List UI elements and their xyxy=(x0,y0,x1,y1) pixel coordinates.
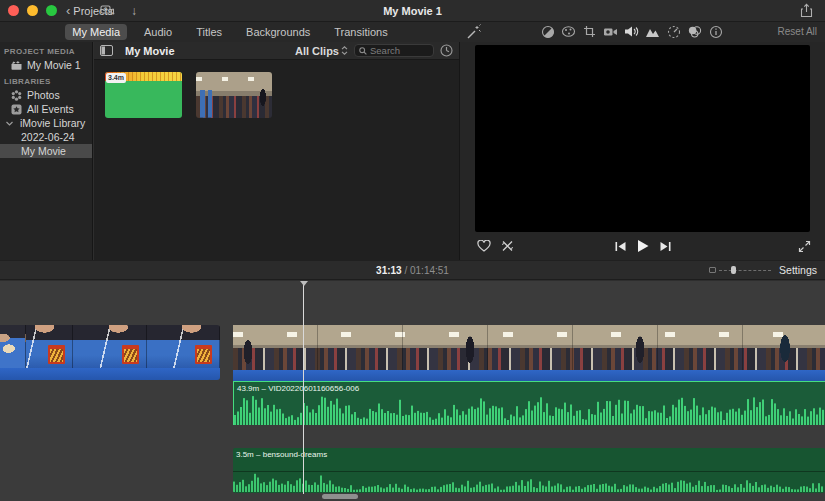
video-clip-1-audio-strip xyxy=(0,368,220,380)
sidebar-item-label: My Movie xyxy=(21,145,66,157)
crop-button[interactable] xyxy=(582,24,597,39)
timeline-music-clip[interactable]: 3.5m – bensound-dreams xyxy=(233,448,825,493)
speedometer-icon xyxy=(667,25,681,39)
minimize-window-button[interactable] xyxy=(27,5,38,16)
search-input[interactable] xyxy=(370,45,429,56)
video-preview-screen[interactable] xyxy=(475,45,810,232)
effects-button[interactable] xyxy=(687,24,702,39)
next-frame-button[interactable] xyxy=(659,241,671,252)
speed-button[interactable] xyxy=(666,24,681,39)
sidebar-item-label: iMovie Library xyxy=(20,117,85,129)
playhead[interactable] xyxy=(303,281,304,494)
libraries-sidebar: PROJECT MEDIA My Movie 1 LIBRARIES Photo… xyxy=(0,42,93,260)
sort-chevrons-icon xyxy=(341,46,348,55)
project-clapper-icon xyxy=(10,61,22,70)
disclosure-chevron-icon[interactable] xyxy=(3,121,15,126)
camcorder-icon xyxy=(603,26,618,38)
media-browser: My Movie All Clips xyxy=(94,42,460,260)
photos-pinwheel-icon xyxy=(10,90,22,101)
magic-wand-icon xyxy=(466,24,482,40)
stabilization-button[interactable] xyxy=(603,24,618,39)
next-frame-icon xyxy=(659,241,671,252)
timeline-settings-button[interactable]: Settings xyxy=(779,264,817,276)
play-button[interactable] xyxy=(636,239,649,253)
play-icon xyxy=(636,239,649,253)
timeline-audio-clip[interactable]: 43.9m – VID20220601160656-006 xyxy=(233,381,825,425)
reject-x-icon xyxy=(501,240,514,252)
tab-backgrounds[interactable]: Backgrounds xyxy=(239,24,317,40)
imovie-window: ‹ Projects ↓ My Movie 1 My Media Audio T… xyxy=(0,0,825,501)
timeline-header: 31:13 / 01:14:51 Settings xyxy=(0,260,825,280)
info-icon xyxy=(709,25,723,39)
current-time: 31:13 xyxy=(376,265,402,276)
viewer-toolbar: Reset All xyxy=(460,22,825,42)
volume-line[interactable] xyxy=(233,471,825,472)
close-window-button[interactable] xyxy=(8,5,19,16)
clip-appearance-icon xyxy=(440,44,453,57)
color-correction-button[interactable] xyxy=(561,24,576,39)
audio-clip-thumbnail[interactable]: 3.4m xyxy=(105,72,182,118)
zoom-slider-thumb[interactable] xyxy=(731,266,736,274)
timeline-video-clip-2[interactable] xyxy=(233,325,825,381)
window-title: My Movie 1 xyxy=(0,5,825,17)
title-bar: ‹ Projects ↓ My Movie 1 xyxy=(0,0,825,22)
timeline-horizontal-scrollbar[interactable] xyxy=(322,494,358,499)
chevron-left-icon: ‹ xyxy=(66,5,70,17)
adjust-tools xyxy=(540,24,740,39)
color-balance-button[interactable] xyxy=(540,24,555,39)
media-clip-grid: 3.4m xyxy=(105,72,272,118)
toolbar-strip: My Media Audio Titles Backgrounds Transi… xyxy=(0,22,825,42)
sidebar-item-photos[interactable]: Photos xyxy=(0,88,92,102)
sidebar-item-label: Photos xyxy=(27,89,60,101)
noise-reduction-button[interactable] xyxy=(645,24,660,39)
speaker-icon xyxy=(624,25,639,38)
reject-button[interactable] xyxy=(501,240,514,252)
zoom-window-button[interactable] xyxy=(46,5,57,16)
import-button[interactable]: ↓ xyxy=(131,4,137,18)
film-frame xyxy=(0,325,26,368)
previous-frame-button[interactable] xyxy=(614,241,626,252)
film-frame xyxy=(73,325,146,368)
search-field[interactable] xyxy=(354,44,434,57)
import-media-button[interactable] xyxy=(100,4,115,17)
tab-audio[interactable]: Audio xyxy=(137,24,179,40)
sidebar-item-2022-06-24[interactable]: 2022-06-24 xyxy=(0,130,92,144)
reset-all-button[interactable]: Reset All xyxy=(778,26,817,37)
timeline-video-clip-1[interactable] xyxy=(0,325,220,380)
favorite-button[interactable] xyxy=(477,240,491,252)
tab-transitions[interactable]: Transitions xyxy=(327,24,394,40)
sidebar-item-label: 2022-06-24 xyxy=(21,131,75,143)
auto-enhance-button[interactable] xyxy=(466,24,482,40)
previous-frame-icon xyxy=(614,241,626,252)
music-waveform xyxy=(233,473,825,492)
all-clips-filter[interactable]: All Clips xyxy=(295,45,348,57)
clip-info-button[interactable] xyxy=(708,24,723,39)
playback-buttons xyxy=(614,239,671,253)
timeline[interactable]: 43.9m – VID20220601160656-006 3.5m – ben… xyxy=(0,281,825,501)
media-header-controls: All Clips xyxy=(295,44,459,57)
clip-duration-badge: 3.4m xyxy=(106,73,126,83)
media-browser-header: My Movie All Clips xyxy=(94,42,459,60)
crop-icon xyxy=(583,25,596,38)
sidebar-toggle-button[interactable] xyxy=(100,45,113,56)
sidebar-item-my-movie-1[interactable]: My Movie 1 xyxy=(0,58,92,72)
audio-waveform xyxy=(234,396,825,425)
sidebar-item-all-events[interactable]: All Events xyxy=(0,102,92,116)
timeline-zoom-slider[interactable] xyxy=(709,266,771,274)
tab-my-media[interactable]: My Media xyxy=(65,24,127,40)
sidebar-toggle-icon xyxy=(100,45,113,56)
sidebar-item-imovie-library[interactable]: iMovie Library xyxy=(0,116,92,130)
tab-titles[interactable]: Titles xyxy=(189,24,229,40)
zoom-slider-track[interactable] xyxy=(719,266,771,274)
volume-button[interactable] xyxy=(624,24,639,39)
project-media-header: PROJECT MEDIA xyxy=(0,42,92,58)
share-button[interactable] xyxy=(800,3,813,18)
down-arrow-icon: ↓ xyxy=(131,4,137,18)
fullscreen-button[interactable] xyxy=(798,240,811,253)
effects-icon xyxy=(687,25,702,38)
clip-appearance-button[interactable] xyxy=(440,44,453,57)
video-clip-thumbnail[interactable] xyxy=(196,72,272,118)
sidebar-item-my-movie[interactable]: My Movie xyxy=(0,144,92,158)
rating-buttons xyxy=(477,240,514,252)
playhead-handle-icon[interactable] xyxy=(300,281,308,286)
